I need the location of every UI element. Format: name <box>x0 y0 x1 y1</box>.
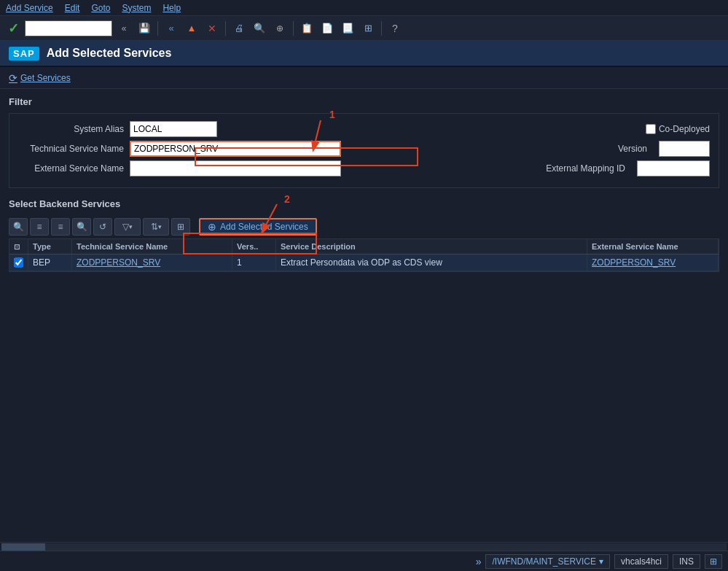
help-button[interactable]: ? <box>386 20 404 37</box>
save-button[interactable]: 💾 <box>136 20 153 37</box>
menu-add-service[interactable]: Add Service <box>6 3 53 13</box>
technical-service-name-input[interactable] <box>130 141 341 157</box>
deselect-button[interactable]: ≡ <box>51 218 70 236</box>
status-action-button[interactable]: ⊞ <box>705 554 722 569</box>
horizontal-scrollbar[interactable] <box>0 542 728 551</box>
co-deployed-checkbox[interactable] <box>646 124 656 134</box>
system-alias-input[interactable] <box>130 121 217 137</box>
version-input[interactable] <box>659 141 710 157</box>
filter-row-2: Technical Service Name Version <box>18 141 710 157</box>
layout-button[interactable]: ⊞ <box>359 20 377 37</box>
check-icon: ✓ <box>8 20 19 36</box>
find-icon: 🔍 <box>254 23 265 34</box>
toolbar-separator-3 <box>293 21 294 36</box>
menu-edit[interactable]: Edit <box>65 3 80 13</box>
cancel-icon: ✕ <box>208 23 216 34</box>
add-services-label: Add Selected Services <box>220 222 308 232</box>
th-external-name: External Service Name <box>587 239 719 254</box>
backend-section-title: Select Backend Services <box>9 198 719 209</box>
back-button[interactable]: « <box>163 20 180 37</box>
th-version: Vers.. <box>232 239 276 254</box>
paste-button[interactable]: 📄 <box>318 20 336 37</box>
filter-col-ext-mapping: External Mapping ID <box>546 160 710 176</box>
row-technical-name: ZODPPERSON_SRV <box>72 255 232 271</box>
save-icon: 💾 <box>138 23 150 34</box>
print-button[interactable]: 🖨 <box>230 20 248 37</box>
status-action-icon: ⊞ <box>710 556 717 567</box>
sap-logo: SAP <box>9 47 39 61</box>
layout-icon: ⊞ <box>364 23 372 34</box>
page-title: Add Selected Services <box>47 47 172 60</box>
toolbar-separator-4 <box>381 21 382 36</box>
copy-button[interactable]: 📋 <box>298 20 316 37</box>
table-row: BEP ZODPPERSON_SRV 1 Extract Persondata … <box>9 255 719 271</box>
external-mapping-id-label: External Mapping ID <box>546 163 625 174</box>
th-select-icon: ⊡ <box>14 243 20 251</box>
row-type: BEP <box>28 255 72 271</box>
filter-icon: 🔍 <box>77 222 87 232</box>
menu-goto[interactable]: Goto <box>91 3 110 13</box>
system-alias-label: System Alias <box>18 124 124 134</box>
layout-btn[interactable]: ⊞ <box>171 218 190 236</box>
row-description: Extract Persondata via ODP as CDS view <box>276 255 587 271</box>
status-path-text: /IWFND/MAINT_SERVICE <box>492 556 595 567</box>
up-button[interactable]: ▲ <box>183 20 200 37</box>
refresh-icon: ↺ <box>99 222 106 232</box>
find-next-icon: ⊕ <box>276 23 283 34</box>
add-services-plus-icon: ⊕ <box>208 221 216 233</box>
scrollbar-track <box>1 543 727 551</box>
scrollbar-thumb[interactable] <box>1 543 45 551</box>
sort-icon: ⇅ <box>151 222 158 232</box>
up-icon: ▲ <box>187 23 197 34</box>
row-external-name-link[interactable]: ZODPPERSON_SRV <box>592 257 676 268</box>
nav-prev-icon: « <box>122 23 127 34</box>
main-content: Filter System Alias Co-Deployed Technica… <box>0 89 728 279</box>
filter-col-system-alias: System Alias <box>18 121 625 137</box>
row-version: 1 <box>232 255 276 271</box>
status-dropdown-arrow[interactable]: ▾ <box>599 556 603 567</box>
row-technical-name-link[interactable]: ZODPPERSON_SRV <box>77 257 160 268</box>
command-input[interactable] <box>25 20 112 36</box>
row-select-checkbox[interactable] <box>14 257 23 268</box>
row-external-name: ZODPPERSON_SRV <box>587 255 719 271</box>
th-type: Type <box>28 239 72 254</box>
zoom-button[interactable]: 🔍 <box>9 218 28 236</box>
filter-col-ext-name: External Service Name <box>18 160 525 176</box>
layout-icon-2: ⊞ <box>177 222 184 232</box>
filter-col-tech-name: Technical Service Name <box>18 141 598 157</box>
deselect-icon: ≡ <box>58 222 63 232</box>
version-label: Version <box>618 144 647 154</box>
get-services-link[interactable]: ⟳ Get Services <box>9 72 71 84</box>
find-next-button[interactable]: ⊕ <box>271 20 289 37</box>
th-select: ⊡ <box>9 239 28 254</box>
menu-system[interactable]: System <box>122 3 151 13</box>
get-services-label: Get Services <box>20 73 71 83</box>
check-button[interactable]: ✓ <box>4 20 22 37</box>
filter-options-button[interactable]: ▽ ▾ <box>114 218 141 236</box>
refresh-button[interactable]: ↺ <box>93 218 112 236</box>
sort-button[interactable]: ⇅ ▾ <box>143 218 169 236</box>
status-chevron-icon[interactable]: » <box>476 556 482 567</box>
filter-btn[interactable]: 🔍 <box>72 218 91 236</box>
co-deployed-group: Co-Deployed <box>646 124 710 134</box>
external-service-name-label: External Service Name <box>18 163 124 174</box>
filter-col-co-deployed: Co-Deployed <box>646 124 710 134</box>
select-all-icon: ≡ <box>36 222 42 232</box>
find-button[interactable]: 🔍 <box>251 20 268 37</box>
copy-icon: 📋 <box>301 23 313 34</box>
toolbar-separator-1 <box>157 21 158 36</box>
external-mapping-id-input[interactable] <box>637 160 710 176</box>
print-icon: 🖨 <box>235 23 244 34</box>
select-all-button[interactable]: ≡ <box>30 218 49 236</box>
doc-icon: 📃 <box>342 23 353 34</box>
filter-section: System Alias Co-Deployed Technical Servi… <box>9 113 719 188</box>
doc-button[interactable]: 📃 <box>339 20 356 37</box>
menu-bar: Add Service Edit Goto System Help <box>0 0 728 16</box>
toolbar: ✓ « 💾 « ▲ ✕ 🖨 🔍 ⊕ 📋 📄 📃 ⊞ ? <box>0 16 728 41</box>
add-selected-services-button[interactable]: ⊕ Add Selected Services <box>199 218 317 236</box>
nav-prev-button[interactable]: « <box>115 20 133 37</box>
menu-help[interactable]: Help <box>163 3 181 13</box>
cancel-button[interactable]: ✕ <box>203 20 221 37</box>
external-service-name-input[interactable] <box>130 160 341 176</box>
filter-row-1: System Alias Co-Deployed <box>18 121 710 137</box>
